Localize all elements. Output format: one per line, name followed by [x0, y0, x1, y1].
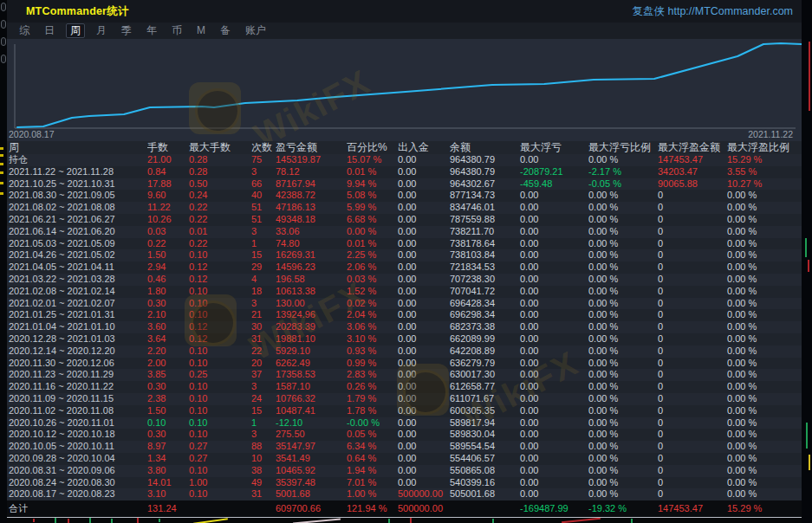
row-period: 2021.11.22 ~ 2021.11.28	[9, 166, 147, 178]
row-cell: 3.64	[147, 333, 189, 345]
row-cell: 5929.10	[276, 345, 347, 358]
menu-item-3[interactable]: 月	[93, 24, 110, 37]
row-cell: 33.06	[276, 226, 347, 238]
row-cell: 0	[658, 393, 727, 405]
menu-item-9[interactable]: 账户	[242, 24, 270, 37]
row-cell: 0.00 %	[588, 393, 658, 405]
table-row[interactable]: 2020.09.28 ~ 2020.10.041.340.27103541.49…	[7, 453, 802, 465]
row-cell: 0.00	[398, 249, 450, 262]
row-cell: 0.00 %	[588, 298, 658, 310]
table-row[interactable]: 2020.08.17 ~ 2020.08.233.100.10315001.68…	[7, 488, 802, 500]
row-cell: 589830.04	[450, 429, 520, 441]
row-cell: 0.28	[189, 154, 251, 166]
row-cell: 0.00	[520, 333, 588, 345]
table-row[interactable]: 2020.10.05 ~ 2020.10.118.970.278835147.9…	[7, 441, 802, 453]
table-row[interactable]: 2020.11.30 ~ 2020.12.062.000.10206262.49…	[7, 358, 802, 370]
row-cell: 1.52 %	[347, 286, 398, 298]
table-row[interactable]: 2021.05.03 ~ 2021.05.090.220.22174.800.0…	[7, 238, 802, 250]
table-row[interactable]: 2021.02.01 ~ 2021.02.070.300.103130.000.…	[7, 298, 802, 310]
row-cell: 0.00	[520, 249, 588, 262]
row-cell: 0.10	[189, 249, 251, 262]
table-row[interactable]: 2020.11.23 ~ 2020.11.293.850.253717358.5…	[7, 369, 802, 381]
row-cell: 964302.67	[450, 178, 520, 190]
menu-item-6[interactable]: 币	[168, 24, 185, 37]
menu-item-2[interactable]: 周	[66, 23, 85, 38]
row-cell: 0	[658, 286, 727, 298]
brand-link[interactable]: 复盘侠 http://MTCommander.com	[633, 4, 793, 19]
background-candle	[631, 519, 633, 523]
row-cell: 0.10	[189, 381, 251, 393]
row-cell: 42388.72	[276, 190, 347, 202]
row-cell: 2.38	[147, 393, 189, 405]
table-row[interactable]: 2021.03.22 ~ 2021.03.280.460.124196.580.…	[7, 274, 802, 286]
menu-item-4[interactable]: 季	[118, 24, 135, 37]
row-cell: 0.00	[398, 262, 450, 274]
menu-item-8[interactable]: 备	[217, 24, 234, 37]
background-candle	[55, 518, 56, 523]
table-row[interactable]: 2020.11.16 ~ 2020.11.220.300.1031587.100…	[7, 381, 802, 393]
row-period: 2020.11.30 ~ 2020.12.06	[9, 358, 147, 370]
row-cell: 10.26	[147, 214, 189, 226]
table-row[interactable]: 2021.08.02 ~ 2021.08.0811.220.225147186.…	[7, 202, 802, 214]
table-row[interactable]: 2020.11.02 ~ 2020.11.081.500.101510487.4…	[7, 405, 802, 417]
row-cell: 0.10	[189, 465, 251, 477]
row-cell: 964380.79	[450, 166, 520, 178]
row-cell: 0.10	[189, 405, 251, 417]
row-cell: 15	[251, 405, 276, 417]
row-cell: 0.22	[147, 238, 189, 250]
row-cell: 0.00	[520, 405, 588, 417]
table-row[interactable]: 2020.08.31 ~ 2020.09.063.800.103810465.9…	[7, 465, 802, 477]
row-period: 2021.08.02 ~ 2021.08.08	[9, 202, 147, 214]
row-cell: 0.00 %	[727, 417, 802, 429]
table-row[interactable]: 2020.10.12 ~ 2020.10.180.300.103275.500.…	[7, 429, 802, 441]
table-row[interactable]: 2021.01.25 ~ 2021.01.312.100.102113924.9…	[7, 309, 802, 321]
table-row[interactable]: 2020.11.09 ~ 2020.11.152.380.102410766.3…	[7, 393, 802, 405]
table-row[interactable]: 2020.12.28 ~ 2021.01.033.640.123119881.1…	[7, 333, 802, 345]
menu-item-1[interactable]: 日	[41, 24, 58, 37]
table-row[interactable]: 2021.04.26 ~ 2021.05.021.500.101516269.3…	[7, 249, 802, 262]
menu-item-0[interactable]: 综	[16, 24, 33, 37]
row-cell: 0.00 %	[727, 214, 802, 226]
row-cell: 10465.92	[276, 465, 347, 477]
row-cell: 0.00	[398, 166, 450, 178]
table-row[interactable]: 2021.02.08 ~ 2021.02.141.800.101810613.3…	[7, 286, 802, 298]
row-cell: 834746.01	[450, 202, 520, 214]
row-cell: 3.06 %	[347, 321, 398, 333]
row-cell: 612658.77	[450, 381, 520, 393]
row-cell: 0	[658, 405, 727, 417]
table-row[interactable]: 2021.11.22 ~ 2021.11.280.840.28378.120.0…	[7, 166, 802, 178]
chart-start-date: 2020.08.17	[9, 129, 55, 139]
table-row[interactable]: 2020.12.14 ~ 2020.12.202.200.10225929.10…	[7, 345, 802, 358]
table-row[interactable]: 2021.10.25 ~ 2021.10.3117.880.506687167.…	[7, 178, 802, 190]
table-row[interactable]: 2021.08.30 ~ 2021.09.059.600.244042388.7…	[7, 190, 802, 202]
row-period: 2021.05.03 ~ 2021.05.09	[9, 238, 147, 250]
table-row[interactable]: 2021.04.05 ~ 2021.04.112.940.122914596.2…	[7, 262, 802, 274]
row-cell: 0.00 %	[588, 321, 658, 333]
row-cell: 0.00 %	[588, 262, 658, 274]
table-row[interactable]: 2021.01.04 ~ 2021.01.103.600.123020283.3…	[7, 321, 802, 333]
row-cell: 0	[658, 298, 727, 310]
equity-chart-panel[interactable]: 2020.08.17 2021.11.22 WikiFX	[7, 39, 802, 141]
row-cell: 1.50	[147, 405, 189, 417]
row-cell: 51	[251, 202, 276, 214]
row-period: 2021.06.14 ~ 2021.06.20	[9, 226, 147, 238]
table-row[interactable]: 2021.06.14 ~ 2021.06.200.030.01333.060.0…	[7, 226, 802, 238]
table-row[interactable]: 2020.08.24 ~ 2020.08.3014.011.004935397.…	[7, 477, 802, 489]
row-period: 2020.12.28 ~ 2021.01.03	[9, 333, 147, 345]
row-cell: 16269.31	[276, 249, 347, 262]
row-period: 持仓	[9, 154, 147, 166]
row-cell: 0.00	[520, 429, 588, 441]
row-cell: 0	[658, 226, 727, 238]
row-cell: 29	[251, 262, 276, 274]
row-cell: 738211.70	[450, 226, 520, 238]
table-row[interactable]: 持仓21.000.2875145319.8715.07 %0.00964380.…	[7, 154, 802, 166]
row-cell: 0.10	[189, 298, 251, 310]
equity-curve	[17, 43, 802, 127]
table-row[interactable]: 2020.10.26 ~ 2020.11.010.100.101-12.10-0…	[7, 417, 802, 429]
table-row[interactable]: 2021.06.21 ~ 2021.06.2710.260.225149348.…	[7, 214, 802, 226]
row-cell: 21	[251, 309, 276, 321]
row-cell: 0.00	[398, 154, 450, 166]
menu-item-7[interactable]: M	[193, 24, 209, 37]
menu-item-5[interactable]: 年	[143, 24, 160, 37]
header-cell-0: 周	[9, 141, 147, 154]
